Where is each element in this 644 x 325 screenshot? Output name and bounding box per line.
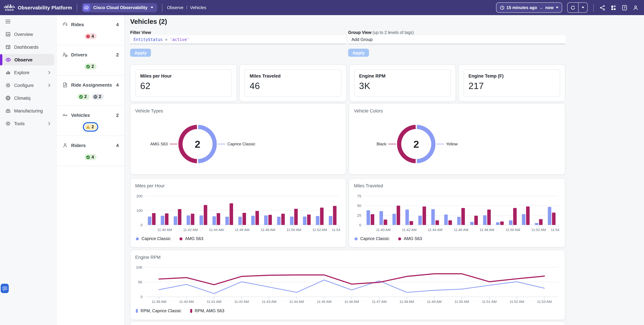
breadcrumb-vehicles[interactable]: Vehicles [190, 5, 206, 10]
miles-traveled-plot[interactable]: 025507511:40 AM11:42 AM11:44 AM11:46 AM1… [354, 191, 560, 234]
group-view-label: Group View (up to 2 levels of tags) [348, 30, 414, 35]
refresh-interval-button[interactable] [578, 3, 587, 13]
status-badge-error[interactable]: 4 [84, 33, 96, 39]
metric-label: Engine Temp (F) [468, 74, 555, 79]
document-pen-icon [62, 82, 68, 88]
legend-item[interactable]: RPM, Caprice Classic [136, 308, 181, 313]
add-group-input[interactable]: Add Group [348, 35, 565, 44]
cisco-logo-text: cisco [5, 8, 14, 11]
filter-token: = [162, 37, 170, 42]
metric-inner: Engine RPM3K [354, 70, 451, 97]
entity-label: Riders [71, 143, 116, 148]
entity-section-rides[interactable]: Rides44 [57, 15, 124, 45]
svg-text:11:54 AM: 11:54 AM [551, 228, 560, 232]
refresh-button[interactable] [567, 3, 578, 13]
group-apply-button[interactable]: Apply [348, 49, 369, 57]
svg-text:11:50 AM: 11:50 AM [286, 228, 301, 232]
sidebar-item-overview[interactable]: Overview [2, 29, 54, 40]
svg-text:11:52 AM: 11:52 AM [532, 228, 546, 232]
svg-text:11:52 AM: 11:52 AM [312, 228, 327, 232]
legend-item[interactable]: Caprice Classic [354, 236, 390, 241]
breadcrumb-observe[interactable]: Observe [167, 5, 184, 10]
entity-section-vehicles[interactable]: Vehicles22 [57, 106, 124, 136]
feedback-chat-button[interactable] [1, 284, 9, 293]
status-badge-ok[interactable]: 4 [84, 154, 96, 160]
svg-text:11:54 AM: 11:54 AM [332, 228, 341, 232]
entity-section-drivers[interactable]: Drivers22 [57, 45, 124, 76]
help-icon[interactable]: ? [622, 5, 628, 11]
sidebar-item-explore[interactable]: Explore [2, 67, 54, 78]
time-range-picker[interactable]: 15 minutes ago → now [496, 2, 562, 13]
svg-text:11:42 AM: 11:42 AM [183, 228, 198, 232]
sidebar-item-dashboards[interactable]: Dashboards [2, 41, 54, 53]
svg-text:11:51 AM: 11:51 AM [482, 300, 496, 303]
chart-title: Vehicle Types [135, 108, 341, 115]
filter-expression-input[interactable]: EntityStatus = 'active' [130, 35, 346, 44]
chevron-right-icon [47, 70, 52, 75]
svg-text:11:48 AM: 11:48 AM [400, 300, 414, 303]
main-content: Vehicles (2) Filter View Group View (up … [124, 15, 644, 325]
svg-text:11:45 AM: 11:45 AM [317, 300, 332, 303]
entity-count: 2 [116, 113, 119, 118]
entity-section-ride-assignments[interactable]: Ride Assignments422 [57, 76, 124, 106]
sidebar-item-manufacturing[interactable]: Manufacturing [2, 105, 54, 117]
add-widget-icon[interactable] [610, 5, 616, 11]
badge-count: 2 [84, 94, 87, 99]
header-divider [593, 4, 594, 12]
menu-icon[interactable] [5, 20, 10, 24]
legend-item[interactable]: AMG S63 [180, 236, 203, 241]
cisco-logo: cisco [4, 4, 14, 11]
entity-label: Vehicles [71, 113, 116, 118]
top-bar: cisco Observability Platform Cisco Cloud… [0, 0, 644, 15]
legend-item[interactable]: RPM, AMG S63 [190, 308, 224, 313]
svg-text:11:53 AM: 11:53 AM [537, 300, 552, 303]
metric-inner: Miles Traveled46 [245, 70, 342, 97]
entity-section-riders[interactable]: Riders44 [57, 136, 124, 166]
vehicle-types-donut[interactable]: AMG S63Caprice Classic2 [135, 117, 341, 174]
sidebar-item-climatiq[interactable]: Climatiq [2, 92, 54, 104]
person-clock-icon [62, 52, 68, 57]
legend-item[interactable]: AMG S63 [398, 236, 422, 241]
chevron-down-icon [150, 7, 153, 9]
svg-text:Black: Black [376, 142, 386, 146]
metric-card-engine-temp-f-[interactable]: Engine Temp (F)217 [458, 65, 565, 102]
metric-card-miles-traveled[interactable]: Miles Traveled46 [240, 65, 346, 102]
arrow-right-icon: → [539, 5, 543, 10]
sidebar-item-configure[interactable]: Configure [2, 80, 54, 91]
svg-text:Caprice Classic: Caprice Classic [228, 142, 256, 146]
sidebar-item-label: Manufacturing [14, 108, 43, 113]
filter-apply-button[interactable]: Apply [130, 49, 151, 57]
status-badge-ok[interactable]: 2 [84, 64, 96, 70]
engine-rpm-plot[interactable]: 05K10K11:39 AM11:40 AM11:41 AM11:42 AM11… [135, 263, 560, 306]
miles-per-hour-chart-card: Miles per Hour010020011:40 AM11:42 AM11:… [130, 178, 346, 247]
share-icon[interactable] [600, 5, 606, 11]
status-badge-warning-selected[interactable]: 2 [84, 124, 96, 130]
legend-marker [354, 237, 358, 240]
sidebar-item-tools[interactable]: Tools [2, 118, 54, 129]
user-icon[interactable] [632, 5, 639, 11]
sidebar-item-observe[interactable]: Observe [2, 54, 54, 66]
metric-card-engine-rpm[interactable]: Engine RPM3K [349, 65, 456, 102]
svg-text:75: 75 [357, 194, 361, 198]
svg-text:11:46 AM: 11:46 AM [235, 228, 250, 232]
status-badge-ok[interactable]: 2 [77, 94, 90, 100]
metric-label: Engine RPM [359, 74, 446, 79]
svg-text:11:46 AM: 11:46 AM [344, 300, 359, 303]
legend-item[interactable]: Caprice Classic [136, 236, 171, 241]
legend-marker [398, 237, 401, 240]
svg-text:11:41 AM: 11:41 AM [207, 300, 221, 303]
time-range-to: now [545, 5, 554, 10]
svg-text:11:46 AM: 11:46 AM [454, 228, 468, 232]
key-icon [62, 113, 68, 118]
status-badge-neutral[interactable]: 2 [92, 94, 104, 100]
entity-count: 4 [116, 22, 119, 27]
app-switcher[interactable]: Cisco Cloud Observability [82, 3, 157, 12]
vehicle-colors-donut[interactable]: BlackYellow2 [354, 117, 560, 174]
filter-view-label: Filter View [130, 30, 151, 35]
miles-per-hour-plot[interactable]: 010020011:40 AM11:42 AM11:44 AM11:46 AM1… [135, 191, 341, 234]
chevron-down-icon [556, 7, 558, 9]
chart-legend: RPM, Caprice ClassicRPM, AMG S63 [135, 308, 560, 313]
svg-text:AMG S63: AMG S63 [150, 142, 168, 146]
partial-card [130, 321, 565, 325]
metric-card-miles-per-hour[interactable]: Miles per Hour62 [130, 65, 237, 102]
